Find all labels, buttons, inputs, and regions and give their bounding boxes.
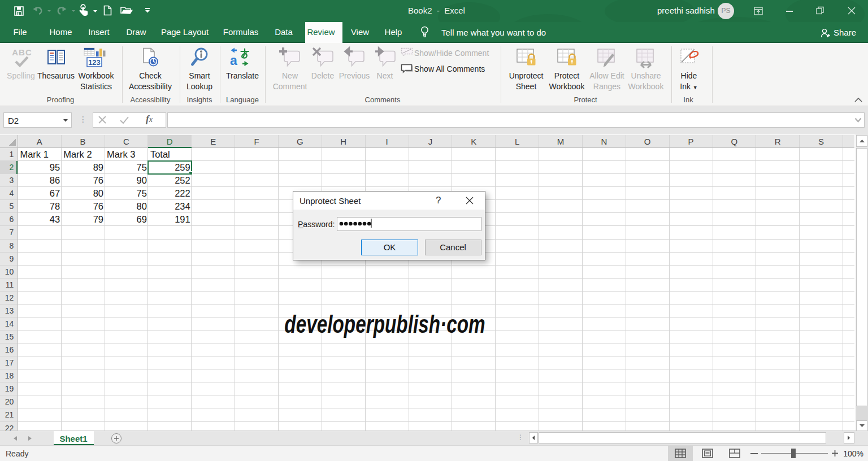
svg-text:123: 123	[88, 58, 101, 67]
svg-text:a: a	[230, 53, 237, 68]
